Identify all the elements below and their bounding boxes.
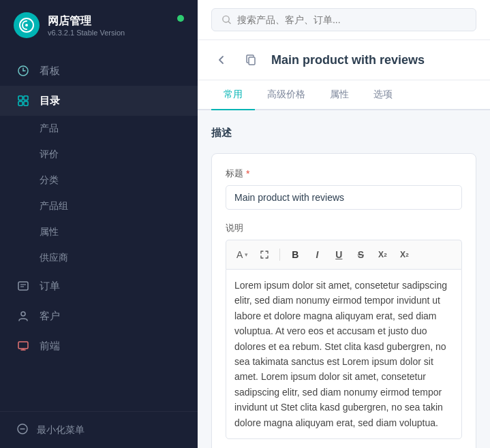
- dashboard-icon: [16, 64, 30, 78]
- catalog-icon: [16, 94, 30, 108]
- copy-icon: [245, 54, 258, 66]
- sidebar-header: 网店管理 v6.3.2.1 Stable Version: [0, 0, 198, 50]
- orders-icon: [16, 279, 30, 293]
- page-title: Main product with reviews: [271, 53, 425, 67]
- sidebar: 网店管理 v6.3.2.1 Stable Version 看板: [0, 0, 198, 448]
- sidebar-sub-products[interactable]: 产品: [0, 116, 198, 142]
- svg-rect-7: [18, 282, 28, 290]
- svg-point-10: [21, 312, 25, 316]
- back-button[interactable]: [211, 50, 232, 70]
- strikethrough-button[interactable]: S: [352, 246, 369, 263]
- minimize-icon: [16, 423, 29, 437]
- form-card: 标题 * 说明 A ▾: [211, 153, 476, 448]
- minimize-menu-btn[interactable]: 最小化菜单: [0, 411, 198, 448]
- app-name: 网店管理: [48, 14, 125, 29]
- page-header: Main product with reviews: [198, 40, 490, 80]
- title-field: 标题 *: [226, 167, 462, 210]
- svg-line-17: [228, 22, 230, 24]
- sidebar-item-frontend[interactable]: 前端: [0, 331, 198, 361]
- customers-icon: [16, 309, 30, 323]
- sidebar-sub-attributes[interactable]: 属性: [0, 219, 198, 245]
- app-logo: [14, 12, 40, 38]
- app-version: v6.3.2.1 Stable Version: [48, 29, 125, 37]
- svg-rect-5: [18, 101, 22, 106]
- sidebar-label-catalog: 目录: [40, 95, 60, 108]
- sidebar-sub-product-groups[interactable]: 产品组: [0, 193, 198, 219]
- svg-rect-3: [18, 96, 22, 100]
- tab-advanced-pricing[interactable]: 高级价格: [255, 80, 318, 110]
- svg-rect-4: [24, 96, 28, 100]
- copy-button[interactable]: [241, 50, 262, 70]
- description-label: 说明: [226, 222, 462, 234]
- subscript-button[interactable]: X2: [395, 246, 413, 263]
- superscript-button[interactable]: X2: [373, 246, 391, 263]
- required-indicator: *: [246, 168, 249, 179]
- title-label: 标题 *: [226, 167, 462, 180]
- rich-text-toolbar: A ▾ B I U S: [226, 240, 462, 269]
- content-area: 描述 标题 * 说明 A ▾: [198, 110, 490, 448]
- italic-button[interactable]: I: [308, 246, 326, 263]
- svg-rect-11: [18, 342, 28, 349]
- sidebar-label-frontend: 前端: [40, 340, 60, 353]
- underline-button[interactable]: U: [330, 246, 348, 263]
- bold-button[interactable]: B: [286, 246, 304, 263]
- frontend-icon: [16, 339, 30, 353]
- tabs-bar: 常用 高级价格 属性 选项: [198, 80, 490, 110]
- tab-attributes[interactable]: 属性: [318, 80, 361, 110]
- sidebar-item-orders[interactable]: 订单: [0, 271, 198, 301]
- svg-point-1: [25, 24, 28, 27]
- section-description-title: 描述: [211, 127, 476, 140]
- description-field: 说明 A ▾: [226, 222, 462, 439]
- sidebar-label-customers: 客户: [40, 310, 60, 323]
- minimize-label: 最小化菜单: [37, 424, 85, 436]
- svg-rect-18: [249, 57, 255, 65]
- sidebar-item-dashboard[interactable]: 看板: [0, 56, 198, 86]
- search-icon: [221, 14, 232, 25]
- font-button[interactable]: A ▾: [233, 248, 251, 261]
- sidebar-sub-suppliers[interactable]: 供应商: [0, 245, 198, 271]
- search-input[interactable]: [237, 14, 466, 25]
- description-content[interactable]: Lorem ipsum dolor sit amet, consetetur s…: [226, 269, 462, 439]
- sidebar-sub-categories[interactable]: 分类: [0, 167, 198, 193]
- toolbar-divider-1: [279, 249, 280, 261]
- app-title-block: 网店管理 v6.3.2.1 Stable Version: [48, 14, 125, 37]
- tab-options[interactable]: 选项: [361, 80, 405, 110]
- svg-rect-6: [24, 101, 28, 106]
- online-indicator: [177, 15, 184, 22]
- search-wrapper[interactable]: [211, 8, 476, 31]
- main-content: Main product with reviews 常用 高级价格 属性 选项 …: [198, 0, 490, 448]
- resize-button[interactable]: [256, 246, 273, 263]
- sidebar-item-customers[interactable]: 客户: [0, 301, 198, 331]
- sidebar-nav: 看板 目录 产品 评价 分类 产品组: [0, 50, 198, 411]
- tab-common[interactable]: 常用: [211, 80, 255, 110]
- title-input[interactable]: [226, 185, 462, 210]
- sidebar-sub-reviews[interactable]: 评价: [0, 142, 198, 167]
- search-bar: [198, 0, 490, 40]
- resize-icon: [260, 250, 269, 259]
- back-icon: [215, 54, 228, 66]
- sidebar-label-orders: 订单: [40, 280, 60, 293]
- sidebar-item-catalog[interactable]: 目录: [0, 86, 198, 116]
- sidebar-label-dashboard: 看板: [40, 65, 60, 78]
